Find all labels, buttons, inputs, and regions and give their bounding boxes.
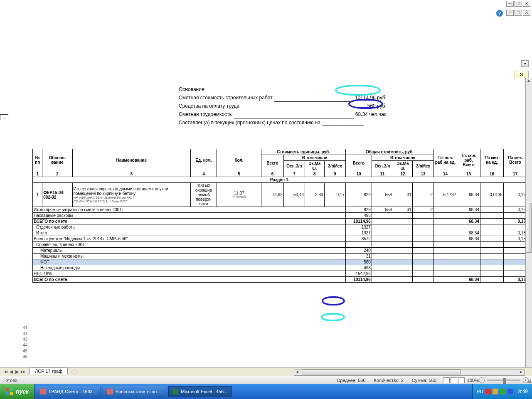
app-icon (107, 389, 113, 394)
zoom-level[interactable]: 100% (467, 378, 479, 383)
resize-handle-icon[interactable] (525, 377, 532, 384)
row-number[interactable]: 46 (23, 354, 27, 360)
num-header: 2 (42, 171, 72, 177)
zoom-out-button[interactable]: − (479, 377, 485, 383)
cell (434, 259, 457, 265)
tray-icon[interactable] (493, 389, 498, 394)
cell (372, 277, 393, 283)
cell (457, 265, 480, 271)
taskbar-item[interactable]: Microsoft Excel - 456... (168, 386, 232, 397)
annotation-circle-blue (322, 296, 345, 305)
new-sheet-icon[interactable] (71, 369, 76, 374)
status-count: Количество: 2 (374, 378, 404, 383)
summary-row[interactable]: Машины и механизмы31 (33, 254, 527, 259)
summary-row[interactable]: Итого132768,340,15 (33, 230, 527, 236)
cell (434, 213, 457, 219)
summary-row[interactable]: НДС 18%1542,96 (33, 271, 527, 277)
taskbar-item[interactable]: Вопросы-ответы по ... (103, 386, 166, 397)
minimize-button[interactable]: ─ (506, 1, 514, 7)
col-header: В том числе (283, 155, 345, 161)
cell-unit: 100 м2 окрашив аемой поверхн ости (191, 183, 217, 207)
taskbar-item[interactable]: ГРАНД-Смета - 4563... (36, 386, 101, 397)
cell (480, 248, 503, 254)
cell: 31 (393, 207, 413, 213)
num-header: 1 (33, 171, 42, 177)
table-row[interactable]: 1ФЕР15-04-002-02Известковая окраска водн… (33, 183, 527, 207)
summary-row[interactable]: Итого прямые затраты по смете в ценах 20… (33, 207, 527, 213)
cell (434, 207, 457, 213)
row-number[interactable]: 42 (23, 331, 27, 337)
tray-icon[interactable] (500, 389, 506, 394)
taskbar: пуск ГРАНД-Смета - 4563...Вопросы-ответы… (0, 384, 532, 399)
tray-icon[interactable] (485, 389, 491, 394)
num-header: 8 (305, 171, 325, 177)
vertical-scrollbar[interactable] (525, 78, 532, 375)
status-average: Среднее: 560 (337, 378, 365, 383)
column-header-s[interactable]: S (515, 71, 529, 78)
num-header: 4 (191, 171, 217, 177)
row-number[interactable]: 44 (23, 342, 27, 348)
num-header: 12 (393, 171, 413, 177)
help-icon[interactable]: ? (496, 10, 503, 17)
close-button[interactable]: ✕ (523, 10, 530, 16)
num-header: 16 (480, 171, 503, 177)
restore-button[interactable]: ❐ (515, 10, 522, 16)
row-number[interactable]: 45 (23, 348, 27, 354)
cell (393, 248, 413, 254)
cell (503, 271, 527, 277)
scrollbar-thumb[interactable] (303, 369, 461, 375)
system-tray[interactable]: RU 8:49 (472, 384, 532, 399)
cell (503, 242, 527, 248)
close-button[interactable]: ✕ (523, 1, 530, 7)
summary-row[interactable]: Накладные расходы498 (33, 213, 527, 219)
summary-row[interactable]: Справочно, в ценах 2001г.: (33, 242, 527, 248)
cell: 68,34 (457, 236, 480, 242)
row-number[interactable]: 43 (23, 337, 27, 342)
summary-row[interactable]: ВСЕГО по смете10114,9668,340,15 (33, 277, 527, 283)
cell: 0,15 (503, 183, 527, 207)
col-header: Т/з мех. на ед. (480, 149, 503, 171)
cell: 498 (345, 213, 372, 219)
minimize-button[interactable]: ─ (506, 10, 514, 16)
cell: 0,15 (503, 219, 527, 224)
col-header: Всего (345, 155, 372, 171)
cell: 74,93 (261, 183, 284, 207)
summary-row[interactable]: ВСЕГО по смете10114,9668,340,15 (33, 219, 527, 224)
status-bar: Готово Среднее: 560 Количество: 2 Сумма:… (0, 376, 532, 384)
summary-row[interactable]: Накладные расходы498 (33, 265, 527, 271)
language-indicator[interactable]: RU (477, 389, 483, 394)
cell (372, 230, 393, 236)
dropdown-button[interactable]: ▾ (521, 60, 529, 67)
view-mode-icons[interactable] (443, 377, 465, 383)
cell: 8572 (345, 236, 372, 242)
cell (393, 242, 413, 248)
summary-row[interactable]: Отделочные работы1327 (33, 224, 527, 230)
start-button[interactable]: пуск (0, 384, 35, 399)
restore-button[interactable]: ❐ (515, 1, 522, 7)
labor-funds-value: 560 руб. (367, 102, 387, 110)
row-number[interactable]: 41 (23, 325, 27, 331)
scrollbar-thumb[interactable] (526, 203, 532, 253)
tab-nav-buttons[interactable]: ⏮◀▶⏭ (0, 368, 28, 375)
table-body: Раздел 1.1ФЕР15-04-002-02Известковая окр… (33, 177, 527, 283)
cell (393, 230, 413, 236)
cell (412, 265, 433, 271)
summary-row[interactable]: Материалы240 (33, 248, 527, 254)
num-header: 3 (72, 171, 190, 177)
cell: 558 (372, 207, 393, 213)
zoom-slider[interactable] (487, 379, 520, 381)
cell: 0,15 (503, 230, 527, 236)
cell (503, 213, 527, 219)
summary-row[interactable]: Всего с учетом "Индексы 1 кв. 2014 г. СМ… (33, 236, 527, 242)
cell: 240 (345, 248, 372, 254)
cell (412, 219, 433, 224)
summary-label: Справочно, в ценах 2001г.: (33, 242, 346, 248)
cell (412, 213, 433, 219)
clock[interactable]: 8:49 (518, 389, 528, 394)
cell: 829 (345, 183, 372, 207)
sheet-tab-active[interactable]: ЛСР 17 граф (30, 367, 68, 374)
tray-icon[interactable] (507, 389, 513, 394)
horizontal-scrollbar[interactable] (294, 369, 525, 376)
summary-row[interactable]: ФОТ560 (33, 259, 527, 265)
cell (434, 236, 457, 242)
